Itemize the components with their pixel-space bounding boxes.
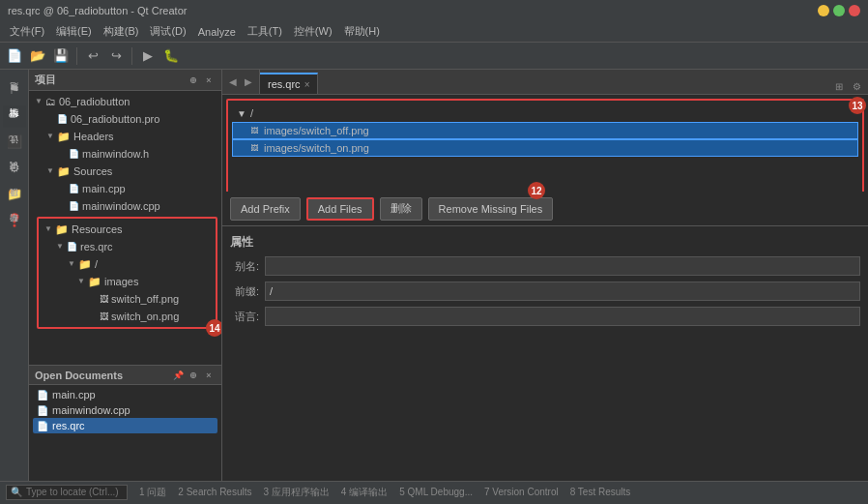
status-compile-output[interactable]: 4 编译输出	[341, 486, 388, 499]
menu-edit[interactable]: 编辑(E)	[50, 22, 98, 41]
alias-label: 别名:	[230, 259, 259, 274]
toolbar-new[interactable]: 📄	[4, 45, 25, 67]
res-tree-switch-on[interactable]: 🖼 images/switch_on.png	[232, 139, 858, 157]
sidebar-item-design[interactable]: ⬛ 设计	[3, 132, 26, 154]
welcome-icon: ⚑	[9, 82, 20, 97]
sidebar-item-help[interactable]: ❓ 帮助	[3, 210, 26, 232]
panel-filter-icon[interactable]: ⊕	[187, 74, 200, 87]
res-img-icon-1: 🖼	[248, 125, 260, 136]
menu-controls[interactable]: 控件(W)	[288, 22, 338, 41]
tab-res-qrc[interactable]: res.qrc ×	[260, 73, 318, 94]
open-docs-close-icon[interactable]: ×	[202, 369, 216, 382]
toolbar-build[interactable]: ▶	[137, 45, 159, 67]
h-file-icon: 📄	[69, 146, 79, 162]
status-test-results[interactable]: 8 Test Results	[570, 487, 631, 497]
prefix-label: 前缀:	[230, 284, 259, 299]
tree-item-images-folder[interactable]: ▼ 📁 images	[39, 273, 216, 290]
tree-item-main-cpp[interactable]: ▶ 📄 main.cpp	[29, 180, 221, 197]
tree-expand-resources: ▼	[43, 223, 54, 235]
tree-item-label-mainwindow-h: mainwindow.h	[82, 146, 149, 162]
status-version-control[interactable]: 7 Version Control	[484, 487, 559, 497]
open-docs-pin-icon[interactable]: 📌	[171, 369, 185, 382]
res-tree-switch-on-label: images/switch_on.png	[264, 142, 369, 154]
doc-item-mainwindow-cpp[interactable]: 📄 mainwindow.cpp	[33, 402, 217, 418]
prop-row-alias: 别名:	[230, 256, 860, 276]
tree-item-label-slash: /	[95, 256, 98, 272]
remove-missing-button[interactable]: Remove Missing Files	[428, 197, 554, 221]
res-tree-root[interactable]: ▼ /	[232, 104, 858, 122]
toolbar-save[interactable]: 💾	[50, 45, 72, 67]
menu-tools[interactable]: 工具(T)	[242, 22, 288, 41]
sidebar-item-welcome[interactable]: ⚑ 欢迎	[3, 79, 26, 102]
doc-main-cpp-icon: 📄	[37, 390, 48, 400]
toolbar-undo[interactable]: ↩	[82, 45, 103, 67]
status-issues[interactable]: 1 问题	[139, 486, 166, 499]
badge-13-container: 13	[845, 97, 866, 114]
doc-mainwindow-cpp-icon: 📄	[37, 405, 48, 416]
tree-item-label-headers: Headers	[73, 129, 114, 144]
panel-close-icon[interactable]: ×	[202, 74, 216, 87]
res-tree-switch-off[interactable]: 🖼 images/switch_off.png	[232, 122, 858, 139]
tab-nav: ◀ ▶	[222, 70, 260, 94]
tab-split-icon[interactable]: ⊞	[831, 78, 847, 94]
app-title: res.qrc @ 06_radiobutton - Qt Creator	[8, 5, 187, 16]
project-panel: 项目 ⊕ × ▼ 🗂 06_radiobutton ▶ 📄 06_radiobu…	[29, 70, 222, 481]
open-docs-plus-icon[interactable]: ⊕	[187, 369, 200, 382]
tree-item-mainwindow-h[interactable]: ▶ 📄 mainwindow.h	[29, 145, 221, 163]
sidebar-item-project[interactable]: 📁 项目	[3, 184, 26, 206]
window-controls	[818, 5, 860, 16]
sidebar-item-edit[interactable]: ✏ 编辑	[3, 105, 26, 128]
status-search-input[interactable]	[26, 487, 123, 497]
toolbar-redo[interactable]: ↪	[105, 45, 127, 67]
sidebar-item-debug[interactable]: ⚙ 调试	[3, 158, 26, 180]
close-button[interactable]	[849, 5, 860, 16]
menu-debug[interactable]: 调试(D)	[144, 22, 191, 41]
doc-item-res-qrc[interactable]: 📄 res.qrc	[33, 418, 217, 433]
maximize-button[interactable]	[833, 5, 845, 16]
language-label: 语言:	[230, 310, 259, 324]
minimize-button[interactable]	[818, 5, 829, 16]
tree-expand-sources: ▼	[44, 165, 56, 177]
language-input[interactable]	[265, 307, 860, 326]
res-root-label: /	[250, 107, 253, 119]
add-prefix-button[interactable]: Add Prefix	[230, 197, 301, 221]
cpp-file-icon: 📄	[69, 181, 79, 196]
tree-expand-headers: ▼	[44, 131, 56, 142]
toolbar-open[interactable]: 📂	[27, 45, 48, 67]
tree-item-radiobutton[interactable]: ▼ 🗂 06_radiobutton	[29, 93, 221, 110]
tab-nav-left[interactable]: ◀	[226, 75, 240, 89]
tree-item-pro[interactable]: ▶ 📄 06_radiobutton.pro	[29, 110, 221, 128]
tree-item-label: 06_radiobutton	[59, 94, 130, 109]
toolbar-debug[interactable]: 🐛	[160, 45, 182, 67]
tab-settings-icon[interactable]: ⚙	[849, 78, 864, 94]
pro-file-icon: 📄	[57, 111, 68, 127]
tree-item-res-qrc[interactable]: ▼ 📄 res.qrc	[39, 238, 216, 255]
menu-build[interactable]: 构建(B)	[98, 22, 145, 41]
status-qml-debug[interactable]: 5 QML Debugg...	[399, 487, 473, 497]
remove-button[interactable]: 删除	[380, 197, 422, 221]
res-file-tree-wrapper: ▼ / 🖼 images/switch_off.png 🖼 images/swi…	[222, 95, 868, 192]
tree-item-slash[interactable]: ▼ 📁 /	[39, 255, 216, 273]
status-app-output[interactable]: 3 应用程序输出	[264, 486, 330, 499]
tab-close-button[interactable]: ×	[304, 79, 310, 90]
tab-nav-right[interactable]: ▶	[242, 75, 255, 89]
prop-row-prefix: 前缀: /	[230, 282, 860, 301]
alias-input[interactable]	[265, 256, 860, 276]
menu-analyze[interactable]: Analyze	[192, 24, 242, 40]
badge-14-container: 14	[202, 319, 221, 337]
tree-item-sources[interactable]: ▼ 📁 Sources	[29, 163, 221, 180]
tab-right-icons: ⊞ ⚙	[827, 78, 868, 94]
tree-item-headers[interactable]: ▼ 📁 Headers	[29, 128, 221, 145]
menu-help[interactable]: 帮助(H)	[338, 22, 386, 41]
doc-item-main-cpp[interactable]: 📄 main.cpp	[33, 387, 217, 402]
add-files-button[interactable]: Add Files	[306, 197, 374, 221]
open-docs-header: Open Documents 📌 ⊕ ×	[29, 366, 221, 385]
menu-file[interactable]: 文件(F)	[4, 22, 50, 41]
tree-item-switch-off[interactable]: ▶ 🖼 switch_off.png	[39, 290, 216, 308]
status-search[interactable]: 🔍	[6, 485, 128, 500]
tree-item-switch-on[interactable]: ▶ 🖼 switch_on.png	[39, 308, 216, 325]
tree-item-mainwindow-cpp[interactable]: ▶ 📄 mainwindow.cpp	[29, 197, 221, 215]
status-search-results[interactable]: 2 Search Results	[178, 487, 251, 497]
tree-item-resources[interactable]: ▼ 📁 Resources	[39, 221, 216, 238]
toolbar: 📄 📂 💾 ↩ ↪ ▶ 🐛	[0, 43, 868, 70]
